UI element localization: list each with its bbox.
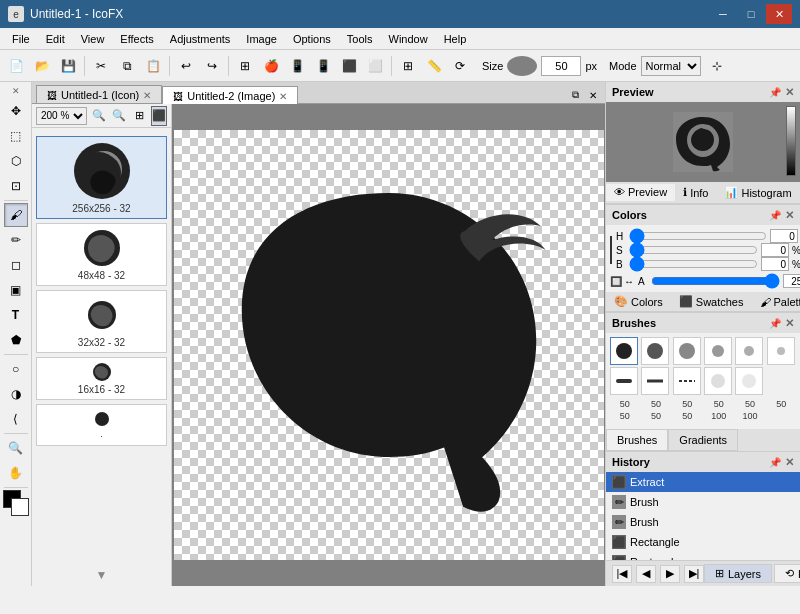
brush-item-1[interactable] xyxy=(641,337,669,365)
sat-value[interactable] xyxy=(761,243,789,257)
tool-text[interactable]: T xyxy=(4,303,28,327)
colors-close[interactable]: ✕ xyxy=(785,209,794,222)
tool-brush[interactable]: 🖌 xyxy=(4,203,28,227)
tab-gradients[interactable]: Gradients xyxy=(668,429,738,451)
thumb-small[interactable]: · xyxy=(36,404,167,446)
brush-item-6[interactable] xyxy=(610,367,638,395)
cut-button[interactable]: ✂ xyxy=(89,54,113,78)
menu-image[interactable]: Image xyxy=(238,28,285,50)
tab-histogram[interactable]: 📊 Histogram xyxy=(716,184,799,201)
menu-window[interactable]: Window xyxy=(381,28,436,50)
save-button[interactable]: 💾 xyxy=(56,54,80,78)
tab-preview[interactable]: 👁 Preview xyxy=(606,184,675,201)
zoom-select[interactable]: 200 % 100 % 50 % xyxy=(36,107,87,125)
menu-edit[interactable]: Edit xyxy=(38,28,73,50)
paste-button[interactable]: 📋 xyxy=(141,54,165,78)
colors-pin[interactable]: 📌 xyxy=(769,210,781,221)
open-button[interactable]: 📂 xyxy=(30,54,54,78)
history-item-4[interactable]: ⬛ Rectangle xyxy=(606,552,800,560)
preview-close[interactable]: ✕ xyxy=(785,86,794,99)
export-button[interactable]: ⬛ xyxy=(337,54,361,78)
tool-eyedropper[interactable]: ⟨ xyxy=(4,407,28,431)
mode-select[interactable]: Normal Multiply Screen xyxy=(641,56,701,76)
tab-colors[interactable]: 🎨 Colors xyxy=(606,292,671,311)
tool-select-rect[interactable]: ⬚ xyxy=(4,124,28,148)
android-button[interactable]: 📱 xyxy=(285,54,309,78)
menu-view[interactable]: View xyxy=(73,28,113,50)
brush-item-5[interactable] xyxy=(767,337,795,365)
tool-zoom[interactable]: 🔍 xyxy=(4,436,28,460)
tool-blur[interactable]: ○ xyxy=(4,357,28,381)
brushes-pin[interactable]: 📌 xyxy=(769,318,781,329)
tab-icon-close[interactable]: ✕ xyxy=(143,90,151,101)
thumb-32[interactable]: 32x32 - 32 xyxy=(36,290,167,353)
tool-eraser[interactable]: ◻ xyxy=(4,253,28,277)
zoom-in-button[interactable]: 🔍 xyxy=(111,106,127,126)
background-color[interactable] xyxy=(11,498,29,516)
grid-button[interactable]: ⊞ xyxy=(396,54,420,78)
menu-adjustments[interactable]: Adjustments xyxy=(162,28,239,50)
tool-pencil[interactable]: ✏ xyxy=(4,228,28,252)
transform-button[interactable]: ⟳ xyxy=(448,54,472,78)
bri-value[interactable] xyxy=(761,257,789,271)
color-tool-2[interactable]: ↔ xyxy=(624,276,634,287)
tool-move[interactable]: ✥ xyxy=(4,99,28,123)
menu-effects[interactable]: Effects xyxy=(112,28,161,50)
brush-item-7[interactable] xyxy=(641,367,669,395)
history-item-3[interactable]: ⬛ Rectangle xyxy=(606,532,800,552)
tab-image[interactable]: 🖼 Untitled-2 (Image) ✕ xyxy=(162,86,298,104)
canvas-area[interactable] xyxy=(172,104,605,586)
new-button[interactable]: 📄 xyxy=(4,54,28,78)
tab-swatches[interactable]: ⬛ Swatches xyxy=(671,292,752,311)
color-swatch[interactable] xyxy=(610,236,612,264)
pixel-view-button[interactable]: ⬛ xyxy=(151,106,167,126)
import-button[interactable]: ⬜ xyxy=(363,54,387,78)
history-item-0[interactable]: ⬛ Extract xyxy=(606,472,800,492)
sat-slider[interactable] xyxy=(629,244,758,256)
menu-options[interactable]: Options xyxy=(285,28,339,50)
maximize-button[interactable]: □ xyxy=(738,4,764,24)
toolbox-close[interactable]: ✕ xyxy=(3,84,29,98)
hue-slider[interactable] xyxy=(629,230,767,242)
alpha-slider[interactable] xyxy=(651,275,780,287)
tab-history-bottom[interactable]: ⟲ History xyxy=(774,564,800,583)
brush-item-2[interactable] xyxy=(673,337,701,365)
tool-crop[interactable]: ⊡ xyxy=(4,174,28,198)
brush-item-10[interactable] xyxy=(735,367,763,395)
brush-item-9[interactable] xyxy=(704,367,732,395)
minimize-button[interactable]: ─ xyxy=(710,4,736,24)
close-button[interactable]: ✕ xyxy=(766,4,792,24)
tool-shape[interactable]: ⬟ xyxy=(4,328,28,352)
win-button[interactable]: ⊞ xyxy=(233,54,257,78)
tab-info[interactable]: ℹ Info xyxy=(675,184,716,201)
tool-hand[interactable]: ✋ xyxy=(4,461,28,485)
history-pin[interactable]: 📌 xyxy=(769,457,781,468)
brush-item-0[interactable] xyxy=(610,337,638,365)
tab-layers-bottom[interactable]: ⊞ Layers xyxy=(704,564,772,583)
tab-brushes[interactable]: Brushes xyxy=(606,429,668,451)
history-item-1[interactable]: ✏ Brush xyxy=(606,492,800,512)
preview-pin[interactable]: 📌 xyxy=(769,87,781,98)
misc-button[interactable]: 📱 xyxy=(311,54,335,78)
zoom-out-button[interactable]: 🔍 xyxy=(91,106,107,126)
color-picker[interactable] xyxy=(3,490,29,516)
tool-brightness[interactable]: ◑ xyxy=(4,382,28,406)
apple-button[interactable]: 🍎 xyxy=(259,54,283,78)
brush-item-8[interactable] xyxy=(673,367,701,395)
brushes-close[interactable]: ✕ xyxy=(785,317,794,330)
redo-button[interactable]: ↪ xyxy=(200,54,224,78)
undo-button[interactable]: ↩ xyxy=(174,54,198,78)
color-tool-1[interactable]: 🔲 xyxy=(610,276,622,287)
pressure-button[interactable]: ⊹ xyxy=(705,54,729,78)
tool-lasso[interactable]: ⬡ xyxy=(4,149,28,173)
tab-palette[interactable]: 🖌 Palette xyxy=(752,292,801,311)
history-item-2[interactable]: ✏ Brush xyxy=(606,512,800,532)
history-first-button[interactable]: |◀ xyxy=(612,565,632,583)
history-last-button[interactable]: ▶| xyxy=(684,565,704,583)
tab-image-close[interactable]: ✕ xyxy=(279,91,287,102)
history-next-button[interactable]: ▶ xyxy=(660,565,680,583)
history-close[interactable]: ✕ xyxy=(785,456,794,469)
menu-tools[interactable]: Tools xyxy=(339,28,381,50)
copy-button[interactable]: ⧉ xyxy=(115,54,139,78)
hue-value[interactable] xyxy=(770,229,798,243)
